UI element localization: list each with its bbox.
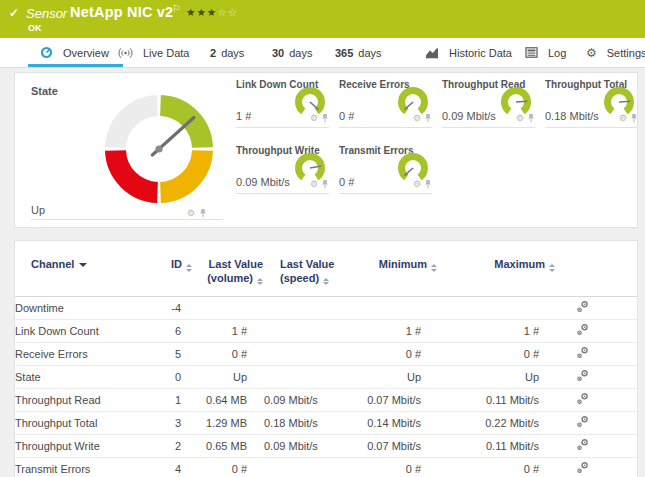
col-header-last-value-speed[interactable]: Last Value(speed) [265,258,335,286]
channel-settings-gears-icon[interactable] [576,323,589,338]
sort-caret-icon [79,263,87,267]
mini-gauge-throughput-total: Throughput Total 0.18 Mbit/s ⚙ [545,79,638,128]
table-row: Receive Errors 5 0 # 0 # 0 # [15,343,637,366]
sensor-name: NetApp NIC v2 [70,4,173,20]
gear-icon[interactable]: ⚙ [619,114,627,123]
mini-gauge-link-down-count: Link Down Count 1 # ⚙ [236,79,329,128]
sort-icon [186,264,192,272]
channel-cell: Transmit Errors [15,463,155,475]
tab-2-days[interactable]: 2 days [210,38,244,67]
id-cell: 5 [155,348,189,360]
sensor-kind-label: Sensor [26,6,67,21]
minimum-cell: 0 # [319,348,423,360]
state-gauge-segment-gray [116,106,158,148]
gear-icon[interactable]: ⚙ [413,114,421,123]
id-cell: 2 [155,440,189,452]
channel-settings-gears-icon[interactable] [576,415,589,430]
tab-historic-data[interactable]: Historic Data [425,38,512,67]
mini-gauge-value: 0.09 Mbit/s [442,110,496,122]
channel-settings-gears-icon[interactable] [576,461,589,476]
log-icon [525,47,538,58]
star-filled[interactable]: ★★★ [186,6,217,18]
mini-gauge-value: 0 # [339,110,354,122]
channel-settings-gears-icon[interactable] [576,300,589,315]
pin-icon[interactable] [630,113,638,123]
chart-icon [425,47,439,59]
tab-30-days[interactable]: 30 days [272,38,313,67]
table-header-row: Channel ID Last Value(volume) Last Value… [15,241,637,297]
sort-icon [431,264,437,272]
last-value-speed-cell: 0.09 Mbit/s [249,394,319,406]
col-header-minimum[interactable]: Minimum [335,258,439,272]
channel-cell: Throughput Write [15,440,155,452]
status-ok-check-icon: ✓ [9,6,19,20]
state-gauge-segment-red [116,151,158,193]
gear-icon[interactable]: ⚙ [413,180,421,189]
active-tab-underline [28,64,123,67]
channels-table-panel: Channel ID Last Value(volume) Last Value… [14,240,638,477]
sort-icon [257,278,263,286]
table-row: Transmit Errors 4 0 # 0 # 0 # [15,458,637,477]
gear-icon[interactable]: ⚙ [310,114,318,123]
mini-gauge-transmit-errors: Transmit Errors 0 # ⚙ [339,145,432,194]
gear-icon[interactable]: ⚙ [187,209,195,218]
mini-gauge-value: 0.09 Mbit/s [236,176,290,188]
col-header-id[interactable]: ID [171,258,205,272]
pin-icon[interactable] [527,113,535,123]
channel-settings-gears-icon[interactable] [576,392,589,407]
channel-settings-gears-icon[interactable] [576,369,589,384]
star-empty[interactable]: ☆☆ [217,6,238,18]
pin-icon[interactable] [424,113,432,123]
id-cell: -4 [155,302,189,314]
last-value-volume-cell: 0 # [189,463,249,475]
mini-gauge-value: 0.18 Mbit/s [545,110,599,122]
channel-settings-gears-icon[interactable] [576,438,589,453]
tab-365-days[interactable]: 365 days [335,38,382,67]
id-cell: 0 [155,371,189,383]
tab-log[interactable]: Log [525,38,566,67]
last-value-volume-cell: 1.29 MB [189,417,249,429]
mini-gauge-value: 0 # [339,176,354,188]
pin-icon[interactable] [424,179,432,189]
last-value-volume-cell: 0.65 MB [189,440,249,452]
table-row: Throughput Write 2 0.65 MB 0.09 Mbit/s 0… [15,435,637,458]
tab-overview[interactable]: Overview [40,38,109,67]
last-value-speed-cell: 0.09 Mbit/s [249,440,319,452]
state-gauge [92,83,227,205]
sort-icon [323,278,329,286]
gear-icon[interactable]: ⚙ [310,180,318,189]
col-header-maximum[interactable]: Maximum [439,258,557,272]
tab-settings[interactable]: ⚙ Settings [586,38,645,67]
state-gauge-segment-amber [161,151,203,193]
col-header-channel[interactable]: Channel [31,258,171,272]
minimum-cell: 1 # [319,325,423,337]
divider [31,219,223,220]
last-value-volume-cell: 0 # [189,348,249,360]
gauges-panel: State Up ⚙ Link Down Count 1 # ⚙ Receive… [14,72,638,228]
state-gauge-value: Up [31,204,45,216]
gear-icon[interactable]: ⚙ [516,114,524,123]
table-row: State 0 Up Up Up [15,366,637,389]
tab-live-data[interactable]: Live Data [118,38,189,67]
table-row: Downtime -4 [15,297,637,320]
table-row: Throughput Read 1 0.64 MB 0.09 Mbit/s 0.… [15,389,637,412]
sort-icon [549,264,555,272]
table-row: Link Down Count 6 1 # 1 # 1 # [15,320,637,343]
id-cell: 4 [155,463,189,475]
gauge-icon [40,46,53,59]
channel-settings-gears-icon[interactable] [576,346,589,361]
channel-cell: Downtime [15,302,155,314]
pin-icon[interactable] [321,113,329,123]
tab-bar: Overview Live Data 2 days 30 days 365 da… [0,38,645,68]
broadcast-icon [118,47,133,59]
last-value-volume-cell: 1 # [189,325,249,337]
maximum-cell: 0 # [423,463,541,475]
flag-icon[interactable]: ⚐ [172,3,181,14]
col-header-last-value-volume[interactable]: Last Value(volume) [205,258,265,286]
pin-icon[interactable] [321,179,329,189]
channel-cell: Receive Errors [15,348,155,360]
mini-gauge-throughput-write: Throughput Write 0.09 Mbit/s ⚙ [236,145,329,194]
pin-icon[interactable] [199,208,207,218]
priority-stars[interactable]: ★★★☆☆ [186,6,238,18]
maximum-cell: 0 # [423,348,541,360]
